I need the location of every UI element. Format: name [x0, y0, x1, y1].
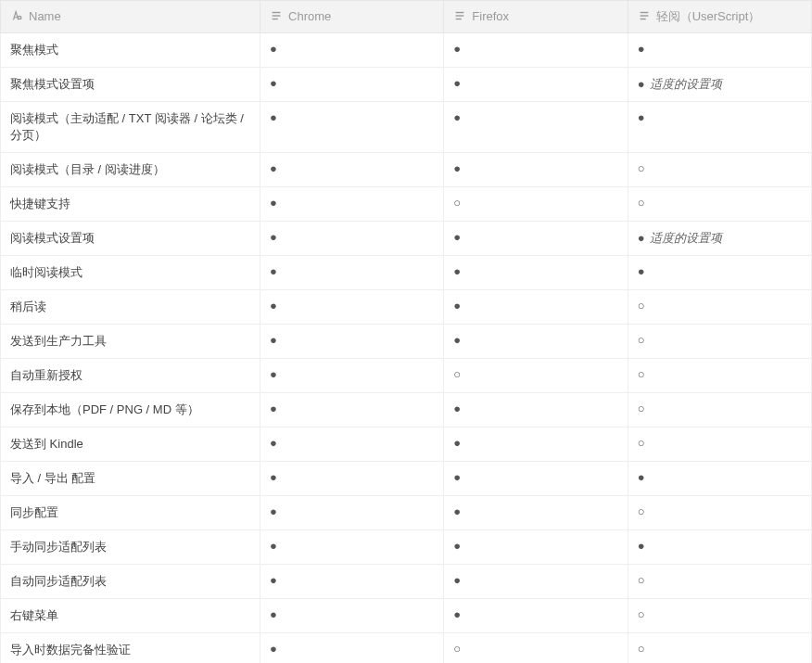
- chrome-cell: ●: [260, 462, 444, 496]
- user-cell: ● 适度的设置项: [628, 222, 811, 256]
- empty-circle-icon: ○: [453, 367, 461, 381]
- table-row: 阅读模式（主动适配 / TXT 阅读器 / 论坛类 / 分页）●●●: [1, 102, 812, 153]
- table-row: 聚焦模式设置项●●● 适度的设置项: [1, 68, 812, 102]
- empty-circle-icon: ○: [638, 402, 645, 415]
- filled-circle-icon: ●: [638, 231, 645, 245]
- user-cell: ●: [628, 33, 811, 68]
- user-cell: ●: [628, 256, 811, 290]
- feature-name-cell: 聚焦模式设置项: [1, 68, 260, 102]
- chrome-cell: ●: [260, 102, 444, 153]
- empty-circle-icon: ○: [638, 333, 645, 347]
- firefox-cell: ●: [444, 393, 628, 427]
- filled-circle-icon: ●: [638, 110, 645, 124]
- firefox-cell: ●: [444, 290, 628, 325]
- empty-circle-icon: ○: [638, 504, 645, 518]
- column-header-userscript: 轻阅（UserScript）: [628, 1, 811, 33]
- table-row: 聚焦模式●●●: [1, 33, 812, 68]
- list-icon: [270, 9, 283, 25]
- column-header-name: Name: [1, 1, 260, 33]
- filled-circle-icon: ●: [453, 504, 461, 518]
- cell-note: 适度的设置项: [647, 231, 723, 245]
- table-row: 导入 / 导出 配置●●●: [1, 462, 812, 496]
- user-cell: ○: [628, 565, 811, 599]
- feature-name-cell: 自动同步适配列表: [1, 565, 260, 599]
- firefox-cell: ●: [444, 102, 628, 153]
- user-cell: ○: [628, 359, 811, 393]
- feature-name-cell: 导入 / 导出 配置: [1, 462, 260, 496]
- chrome-cell: ●: [260, 68, 444, 102]
- filled-circle-icon: ●: [270, 76, 277, 90]
- filled-circle-icon: ●: [453, 539, 461, 553]
- table-body: 聚焦模式●●●聚焦模式设置项●●● 适度的设置项阅读模式（主动适配 / TXT …: [1, 33, 812, 664]
- filled-circle-icon: ●: [453, 573, 461, 587]
- chrome-cell: ●: [260, 599, 444, 633]
- firefox-cell: ●: [444, 599, 628, 633]
- table-row: 自动同步适配列表●●○: [1, 565, 812, 599]
- filled-circle-icon: ●: [453, 470, 461, 484]
- table-row: 右键菜单●●○: [1, 599, 812, 633]
- filled-circle-icon: ●: [453, 607, 461, 621]
- filled-circle-icon: ●: [270, 470, 277, 484]
- filled-circle-icon: ●: [638, 539, 645, 553]
- firefox-cell: ●: [444, 153, 628, 187]
- list-icon: [453, 9, 466, 25]
- filled-circle-icon: ●: [453, 333, 461, 347]
- filled-circle-icon: ●: [270, 367, 277, 381]
- feature-name-cell: 自动重新授权: [1, 359, 260, 393]
- empty-circle-icon: ○: [638, 196, 645, 210]
- text-type-icon: [10, 9, 23, 25]
- chrome-cell: ●: [260, 393, 444, 427]
- column-header-label: Firefox: [472, 10, 509, 24]
- list-icon: [638, 9, 651, 25]
- column-header-firefox: Firefox: [444, 1, 628, 33]
- table-row: 同步配置●●○: [1, 496, 812, 530]
- table-row: 发送到 Kindle●●○: [1, 427, 812, 462]
- feature-comparison-table: Name Chrome Firefox: [0, 0, 812, 663]
- column-header-label: Name: [29, 10, 61, 24]
- filled-circle-icon: ●: [270, 607, 277, 621]
- filled-circle-icon: ●: [453, 230, 461, 244]
- chrome-cell: ●: [260, 633, 444, 664]
- feature-name-cell: 保存到本地（PDF / PNG / MD 等）: [1, 393, 260, 427]
- filled-circle-icon: ●: [638, 77, 645, 91]
- table-row: 阅读模式（目录 / 阅读进度）●●○: [1, 153, 812, 187]
- chrome-cell: ●: [260, 222, 444, 256]
- feature-name-cell: 右键菜单: [1, 599, 260, 633]
- firefox-cell: ●: [444, 530, 628, 565]
- filled-circle-icon: ●: [270, 539, 277, 553]
- firefox-cell: ●: [444, 68, 628, 102]
- filled-circle-icon: ●: [270, 110, 277, 124]
- filled-circle-icon: ●: [638, 470, 645, 484]
- filled-circle-icon: ●: [270, 230, 277, 244]
- filled-circle-icon: ●: [270, 333, 277, 347]
- table-row: 稍后读●●○: [1, 290, 812, 325]
- firefox-cell: ●: [444, 496, 628, 530]
- empty-circle-icon: ○: [638, 436, 645, 450]
- firefox-cell: ●: [444, 462, 628, 496]
- filled-circle-icon: ●: [270, 42, 277, 56]
- empty-circle-icon: ○: [453, 196, 461, 210]
- filled-circle-icon: ●: [453, 299, 461, 312]
- firefox-cell: ●: [444, 565, 628, 599]
- column-header-chrome: Chrome: [260, 1, 444, 33]
- feature-name-cell: 同步配置: [1, 496, 260, 530]
- user-cell: ○: [628, 187, 811, 222]
- filled-circle-icon: ●: [270, 504, 277, 518]
- table-row: 阅读模式设置项●●● 适度的设置项: [1, 222, 812, 256]
- filled-circle-icon: ●: [270, 573, 277, 587]
- filled-circle-icon: ●: [270, 299, 277, 312]
- firefox-cell: ●: [444, 427, 628, 462]
- filled-circle-icon: ●: [270, 436, 277, 450]
- chrome-cell: ●: [260, 290, 444, 325]
- feature-name-cell: 临时阅读模式: [1, 256, 260, 290]
- filled-circle-icon: ●: [453, 436, 461, 450]
- user-cell: ○: [628, 633, 811, 664]
- column-header-label: 轻阅（UserScript）: [656, 9, 761, 23]
- filled-circle-icon: ●: [453, 110, 461, 124]
- filled-circle-icon: ●: [270, 161, 277, 175]
- feature-name-cell: 阅读模式（目录 / 阅读进度）: [1, 153, 260, 187]
- table-row: 手动同步适配列表●●●: [1, 530, 812, 565]
- table-row: 保存到本地（PDF / PNG / MD 等）●●○: [1, 393, 812, 427]
- user-cell: ● 适度的设置项: [628, 68, 811, 102]
- table-row: 快捷键支持●○○: [1, 187, 812, 222]
